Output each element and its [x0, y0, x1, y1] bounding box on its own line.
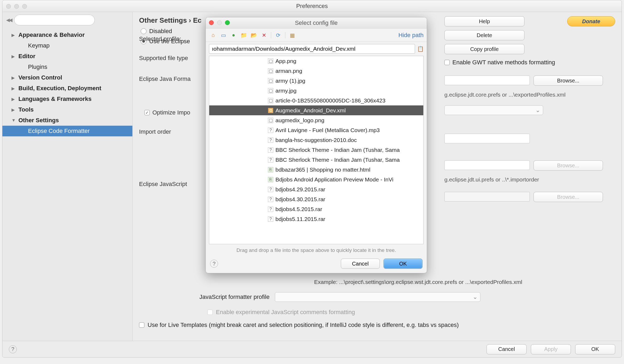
path-input[interactable]	[209, 44, 415, 54]
file-name: Avril Lavigne - Fuel (Metallica Cover).m…	[275, 127, 380, 133]
optimize-imports-checkbox[interactable]	[144, 110, 150, 115]
history-icon[interactable]: 📋	[417, 46, 424, 52]
sidebar-item-keymap[interactable]: Keymap	[2, 40, 132, 51]
browse-import-button[interactable]: Browse...	[534, 160, 603, 171]
window-titlebar: Preferences	[2, 0, 622, 12]
import-order-path-input[interactable]	[444, 134, 530, 143]
file-name: BBC Sherlock Theme - Indian Jam (Tushar,…	[275, 157, 400, 163]
file-row[interactable]: ⎘Bdjobs Android Application Preview Mode…	[209, 175, 423, 184]
file-row[interactable]: ?bangla-hsc-suggestion-2010.doc	[209, 135, 423, 145]
js-comments-checkbox	[207, 310, 213, 315]
live-templates-checkbox[interactable]	[139, 322, 144, 328]
file-row[interactable]: ?bdjobs5.11.2015.rar	[209, 214, 423, 224]
sidebar-item-version-control[interactable]: ▶Version Control	[2, 72, 132, 83]
gwt-checkbox[interactable]	[444, 60, 450, 65]
example-import-hint: g.eclipse.jdt.ui.prefs or ..\*.importord…	[444, 176, 615, 183]
img-file-icon: ▢	[268, 118, 273, 123]
help-icon[interactable]: ?	[210, 260, 218, 268]
sidebar-item-languages-frameworks[interactable]: ▶Languages & Frameworks	[2, 94, 132, 104]
file-row[interactable]: ▢augmedix_logo.png	[209, 115, 423, 125]
sidebar-item-label: Eclipse Code Formatter	[28, 128, 90, 134]
minimize-window-icon[interactable]	[14, 4, 19, 9]
file-row[interactable]: ▢arman.png	[209, 66, 423, 76]
java-formatter-path-input[interactable]	[444, 76, 530, 85]
zoom-icon[interactable]	[225, 20, 230, 25]
file-row[interactable]: ?Avril Lavigne - Fuel (Metallica Cover).…	[209, 125, 423, 135]
label-enable-gwt: Enable GWT native methods formatting	[452, 59, 555, 66]
file-row[interactable]: ▢article-0-1B255508000005DC-186_306x423	[209, 96, 423, 105]
label-js-profile: JavaScript formatter profile	[199, 294, 270, 300]
sidebar-item-eclipse-code-formatter[interactable]: Eclipse Code Formatter	[2, 126, 132, 136]
file-row[interactable]: ▢army.jpg	[209, 86, 423, 96]
project-icon[interactable]: ●	[229, 31, 238, 39]
sidebar-item-tools[interactable]: ▶Tools	[2, 104, 132, 115]
file-name: bdjobs4.5.2015.rar	[275, 206, 322, 212]
dialog-cancel-button[interactable]: Cancel	[341, 259, 380, 269]
file-name: bdbazar365 | Shopping no matter.html	[275, 167, 370, 173]
traffic-lights	[6, 4, 27, 9]
file-row[interactable]: ⧉Augmedix_Android_Dev.xml	[209, 105, 423, 115]
help-icon[interactable]: ?	[9, 345, 17, 353]
dialog-hint: Drag and drop a file into the space abov…	[206, 246, 427, 256]
file-name: army.jpg	[275, 88, 297, 94]
file-file-icon: ?	[268, 207, 273, 212]
apply-button[interactable]: Apply	[531, 344, 571, 354]
dialog-ok-button[interactable]: OK	[384, 259, 422, 269]
label-optimize-imports: Optimize Impo	[152, 109, 190, 116]
file-file-icon: ?	[268, 147, 273, 153]
java-profile-select[interactable]: ⌄	[444, 105, 543, 115]
donate-button[interactable]: Donate	[567, 16, 615, 26]
home-icon[interactable]: ⌂	[209, 31, 218, 39]
sidebar-item-label: Editor	[18, 53, 35, 60]
window-title: Preferences	[296, 3, 328, 10]
sidebar-item-label: Tools	[18, 106, 34, 113]
file-row[interactable]: ▢army (1).jpg	[209, 76, 423, 86]
chevron-right-icon: ▶	[11, 54, 16, 59]
file-row[interactable]: ?bdjobs4.29.2015.rar	[209, 184, 423, 194]
desktop-icon[interactable]: ▭	[219, 31, 228, 39]
example-js-hint: Example: ...\project\.settings\org.eclip…	[314, 279, 522, 285]
close-window-icon[interactable]	[6, 4, 11, 9]
file-row[interactable]: ?bdjobs4.5.2015.rar	[209, 204, 423, 214]
close-icon[interactable]	[209, 20, 214, 25]
delete-icon[interactable]: ✕	[260, 31, 268, 39]
hide-path-link[interactable]: Hide path	[398, 32, 424, 39]
img-file-icon: ▢	[268, 88, 273, 93]
js-profile-select[interactable]: ⌄	[275, 292, 480, 302]
file-name: army (1).jpg	[275, 78, 305, 84]
show-hidden-icon[interactable]: ▦	[288, 31, 297, 39]
preferences-search-input[interactable]	[14, 15, 95, 25]
chevron-right-icon: ▶	[11, 97, 16, 102]
sidebar-item-plugins[interactable]: Plugins	[2, 62, 132, 72]
sidebar-item-label: Appearance & Behavior	[18, 31, 85, 38]
sidebar-item-label: Languages & Frameworks	[18, 96, 92, 102]
img-file-icon: ▢	[268, 68, 273, 74]
refresh-icon[interactable]: ⟳	[274, 31, 282, 39]
cancel-button[interactable]: Cancel	[487, 344, 527, 354]
browse-java-button[interactable]: Browse...	[534, 76, 603, 86]
import-order-file-input[interactable]	[444, 160, 530, 170]
dialog-titlebar: Select config file	[206, 17, 427, 29]
sidebar-item-appearance-behavior[interactable]: ▶Appearance & Behavior	[2, 30, 132, 40]
sidebar-item-label: Build, Execution, Deployment	[18, 85, 101, 92]
js-formatter-path-input[interactable]	[444, 192, 530, 201]
help-button[interactable]: Help	[444, 16, 524, 26]
preferences-sidebar: ◀◀ 🔍 ▶Appearance & BehaviorKeymap▶Editor…	[2, 12, 133, 341]
delete-button[interactable]: Delete	[444, 30, 524, 40]
html-file-icon: ⎘	[268, 167, 273, 172]
nav-back-icon[interactable]: ◀◀	[6, 17, 11, 23]
sidebar-item-build-execution-deployment[interactable]: ▶Build, Execution, Deployment	[2, 83, 132, 94]
file-row[interactable]: ⎘bdbazar365 | Shopping no matter.html	[209, 165, 423, 175]
file-row[interactable]: ?bdjobs4.30.2015.rar	[209, 194, 423, 204]
file-list[interactable]: ▢App.png▢arman.png▢army (1).jpg▢army.jpg…	[209, 56, 424, 244]
example-java-hint: g.eclipse.jdt.core.prefs or ...\exported…	[444, 92, 615, 98]
file-row[interactable]: ?BBC Sherlock Theme - Indian Jam (Tushar…	[209, 145, 423, 155]
sidebar-item-other-settings[interactable]: ▼Other Settings	[2, 115, 132, 126]
file-row[interactable]: ▢App.png	[209, 56, 423, 66]
zoom-window-icon[interactable]	[22, 4, 27, 9]
file-row[interactable]: ?BBC Sherlock Theme - Indian Jam (Tushar…	[209, 155, 423, 165]
browse-js-button[interactable]: Browse...	[534, 192, 603, 202]
copy-profile-button[interactable]: Copy profile	[444, 44, 524, 54]
ok-button[interactable]: OK	[575, 344, 615, 354]
sidebar-item-editor[interactable]: ▶Editor	[2, 51, 132, 62]
